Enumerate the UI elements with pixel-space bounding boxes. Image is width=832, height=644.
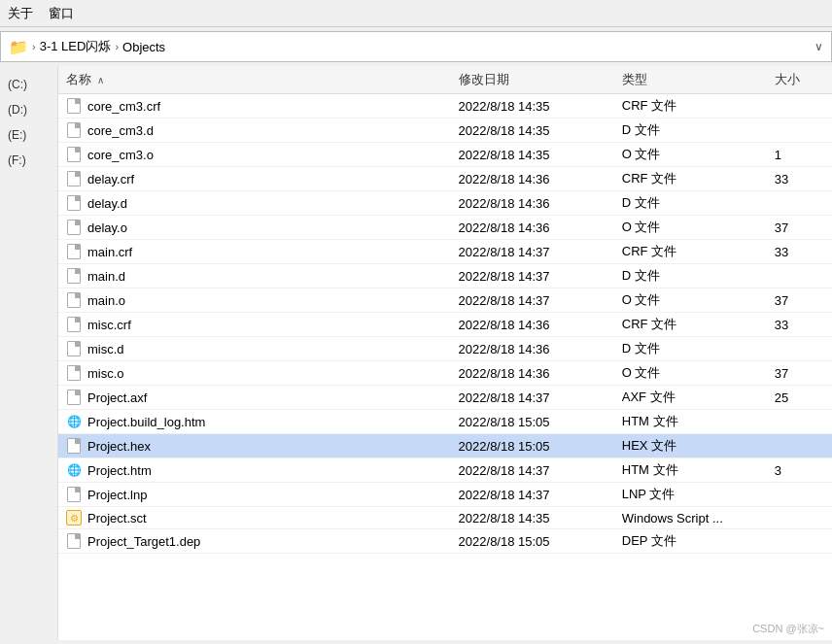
file-name-text: delay.crf [87, 172, 134, 186]
file-table: 名称 ∧ 修改日期 类型 大小 core_cm3.crf2022/8/18 14… [58, 66, 832, 554]
file-size: 33 [767, 313, 832, 337]
address-expand-button[interactable]: ∨ [815, 40, 823, 53]
header-size[interactable]: 大小 [767, 66, 832, 94]
file-date: 2022/8/18 14:36 [451, 361, 614, 386]
header-date[interactable]: 修改日期 [451, 66, 614, 94]
file-date: 2022/8/18 14:37 [451, 458, 614, 483]
file-type: LNP 文件 [614, 483, 767, 507]
file-name-text: Project.build_log.htm [87, 415, 205, 429]
table-row[interactable]: Project_Target1.dep2022/8/18 15:05DEP 文件 [58, 529, 832, 554]
file-icon [66, 171, 82, 186]
file-type: AXF 文件 [614, 386, 767, 410]
file-date: 2022/8/18 15:05 [451, 529, 614, 554]
file-name-cell: ⚙Project.sct [58, 507, 451, 529]
file-date: 2022/8/18 14:36 [451, 337, 614, 361]
table-row[interactable]: main.d2022/8/18 14:37D 文件 [58, 264, 832, 288]
file-size [767, 410, 832, 434]
file-name-cell: 🌐Project.build_log.htm [58, 410, 451, 434]
file-type: D 文件 [614, 264, 767, 288]
file-type: D 文件 [614, 119, 767, 143]
file-icon [66, 244, 82, 259]
file-type: DEP 文件 [614, 529, 767, 554]
table-row[interactable]: misc.o2022/8/18 14:36O 文件37 [58, 361, 832, 386]
file-size [767, 507, 832, 529]
header-type[interactable]: 类型 [614, 66, 767, 94]
file-size [767, 337, 832, 361]
table-row[interactable]: core_cm3.d2022/8/18 14:35D 文件 [58, 119, 832, 143]
main-container: (C:) (D:) (E:) (F:) 名称 ∧ 修改日期 类型 大小 [0, 66, 832, 640]
file-size: 37 [767, 361, 832, 386]
sidebar-item-c[interactable]: (C:) [0, 74, 57, 95]
file-type: CRF 文件 [614, 313, 767, 337]
address-segment-objects[interactable]: Objects [122, 40, 165, 54]
header-name[interactable]: 名称 ∧ [58, 66, 451, 94]
file-type: Windows Script ... [614, 507, 767, 529]
table-row[interactable]: Project.lnp2022/8/18 14:37LNP 文件 [58, 483, 832, 507]
table-row[interactable]: core_cm3.crf2022/8/18 14:35CRF 文件 [58, 94, 832, 119]
file-size: 1 [767, 143, 832, 167]
sidebar-item-f[interactable]: (F:) [0, 150, 57, 171]
table-row[interactable]: misc.d2022/8/18 14:36D 文件 [58, 337, 832, 361]
table-row[interactable]: misc.crf2022/8/18 14:36CRF 文件33 [58, 313, 832, 337]
file-size [767, 529, 832, 554]
file-size [767, 94, 832, 119]
file-icon [66, 220, 82, 235]
file-name-text: delay.o [87, 220, 127, 235]
file-name-cell: core_cm3.crf [58, 94, 451, 119]
table-row[interactable]: 🌐Project.htm2022/8/18 14:37HTM 文件3 [58, 458, 832, 483]
file-date: 2022/8/18 15:05 [451, 434, 614, 458]
file-name-cell: delay.d [58, 191, 451, 216]
file-icon [66, 195, 82, 211]
chevron-2: › [115, 41, 119, 52]
table-row[interactable]: Project.hex2022/8/18 15:05HEX 文件 [58, 434, 832, 458]
file-name-cell: 🌐Project.htm [58, 458, 451, 483]
file-size [767, 264, 832, 288]
file-date: 2022/8/18 14:37 [451, 386, 614, 410]
file-type: D 文件 [614, 337, 767, 361]
file-name-cell: misc.d [58, 337, 451, 361]
address-segment-led[interactable]: 3-1 LED闪烁 [40, 38, 112, 55]
file-name-text: Project_Target1.dep [87, 534, 200, 549]
file-name-cell: Project.hex [58, 434, 451, 458]
file-name-cell: main.o [58, 288, 451, 313]
file-name-cell: core_cm3.o [58, 143, 451, 167]
file-date: 2022/8/18 14:35 [451, 507, 614, 529]
file-size: 37 [767, 216, 832, 240]
file-name-cell: Project.axf [58, 386, 451, 410]
table-row[interactable]: delay.crf2022/8/18 14:36CRF 文件33 [58, 167, 832, 191]
file-type: CRF 文件 [614, 167, 767, 191]
file-name-text: misc.crf [87, 318, 131, 332]
table-row[interactable]: core_cm3.o2022/8/18 14:35O 文件1 [58, 143, 832, 167]
file-type: D 文件 [614, 191, 767, 216]
table-row[interactable]: main.o2022/8/18 14:37O 文件37 [58, 288, 832, 313]
table-row[interactable]: delay.o2022/8/18 14:36O 文件37 [58, 216, 832, 240]
file-name-cell: delay.o [58, 216, 451, 240]
file-date: 2022/8/18 14:35 [451, 143, 614, 167]
sidebar-item-d[interactable]: (D:) [0, 99, 57, 120]
menu-item-window[interactable]: 窗口 [49, 5, 74, 22]
file-date: 2022/8/18 15:05 [451, 410, 614, 434]
file-name-text: Project.hex [87, 439, 151, 454]
file-name-cell: Project.lnp [58, 483, 451, 507]
file-type: CRF 文件 [614, 240, 767, 264]
table-row[interactable]: Project.axf2022/8/18 14:37AXF 文件25 [58, 386, 832, 410]
table-row[interactable]: main.crf2022/8/18 14:37CRF 文件33 [58, 240, 832, 264]
table-row[interactable]: ⚙Project.sct2022/8/18 14:35Windows Scrip… [58, 507, 832, 529]
file-type: O 文件 [614, 143, 767, 167]
table-row[interactable]: delay.d2022/8/18 14:36D 文件 [58, 191, 832, 216]
menu-item-about[interactable]: 关于 [8, 5, 33, 22]
file-name-text: Project.sct [87, 511, 147, 525]
file-name-text: main.o [87, 293, 125, 308]
file-size: 33 [767, 240, 832, 264]
file-area[interactable]: 名称 ∧ 修改日期 类型 大小 core_cm3.crf2022/8/18 14… [58, 66, 832, 640]
folder-icon: 📁 [9, 38, 28, 56]
table-row[interactable]: 🌐Project.build_log.htm2022/8/18 15:05HTM… [58, 410, 832, 434]
file-name-text: main.d [87, 269, 125, 284]
watermark: CSDN @张凉~ [752, 622, 824, 636]
file-type: HTM 文件 [614, 410, 767, 434]
file-name-text: core_cm3.d [87, 123, 154, 138]
sidebar-item-e[interactable]: (E:) [0, 124, 57, 146]
file-icon [66, 122, 82, 138]
file-icon: 🌐 [66, 462, 82, 478]
file-icon [66, 533, 82, 549]
